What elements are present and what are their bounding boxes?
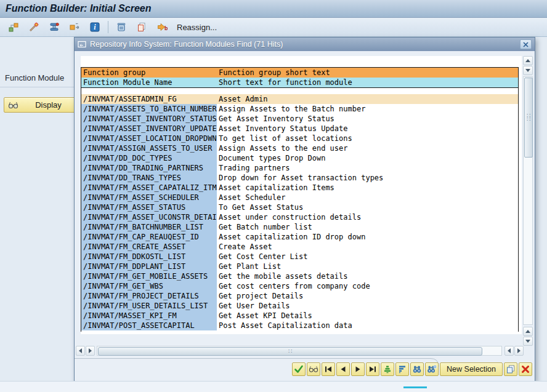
table-row[interactable]: /INVMAT/FM_ASSET_SCHEDULERAsset Schedule… (81, 193, 518, 202)
function-name-cell[interactable]: /INVMAT/DD_TRADING_PARTNERS (81, 163, 217, 173)
short-text-cell[interactable]: Asset under construction details (217, 212, 518, 222)
copy-button[interactable] (134, 20, 149, 34)
cancel-button[interactable] (519, 362, 532, 376)
new-selection-button[interactable]: New Selection (440, 362, 503, 376)
function-name-cell[interactable]: /INVMAT/ASSIGN_ASSETS_TO_USER (81, 143, 217, 153)
function-name-cell[interactable]: /INVMAT/DD_DOC_TYPES (81, 153, 217, 163)
function-name-cell[interactable]: /INVMAT/FM_BATCHNUMBER_LIST (81, 222, 217, 232)
display-hit-button[interactable] (307, 362, 320, 376)
table-row[interactable]: /INVMAT/ASSETADMIN_FGAsset Admin (81, 94, 518, 104)
vertical-scroll-thumb[interactable]: ∷∷ (524, 78, 533, 158)
short-text-cell[interactable]: Get the mobile assets details (217, 271, 518, 281)
sort-descending-button[interactable] (395, 362, 409, 376)
table-row[interactable]: /INVMAT/FM_DDKOSTL_LISTGet Cost Center L… (81, 252, 518, 262)
short-text-cell[interactable]: Get Asset Inventory Status (217, 114, 518, 124)
next-page-button[interactable] (351, 362, 365, 376)
navigate-button[interactable] (67, 20, 82, 34)
copy-hit-button[interactable] (504, 362, 517, 376)
table-row[interactable]: /INVMAT/FM_CAP_REAUQEST_IDAsset capitali… (81, 232, 518, 242)
table-row[interactable]: /INVMAT/FM_USER_DETAILS_LISTGet User Det… (81, 301, 518, 311)
sort-ascending-button[interactable] (381, 362, 394, 376)
short-text-cell[interactable]: Asset Scheduler (217, 193, 518, 202)
scroll-up-button[interactable] (523, 56, 533, 65)
scroll-right-button[interactable] (86, 346, 95, 356)
short-text-cell[interactable]: Get Asset KPI Details (217, 311, 518, 321)
table-row[interactable]: /INVMAT/FM_ASSET_CAPATALIZ_ITMAsset capi… (81, 183, 518, 193)
horizontal-scroll-thumb[interactable]: ∷ (98, 347, 482, 356)
scroll-page-down-button[interactable] (523, 337, 533, 346)
function-name-cell[interactable]: /INVMAT/FM_DDKOSTL_LIST (81, 252, 217, 262)
vertical-scroll-track[interactable]: ∷∷ (523, 76, 533, 325)
function-name-cell[interactable]: /INVMAT/FM_DDPLANT_LIST (81, 262, 217, 271)
table-row[interactable]: /INVMAT/FM_DDPLANT_LISTGet Plant List (81, 262, 518, 271)
table-row[interactable]: /INVMAT/FM_GET_WBSGet cost centers from … (81, 281, 518, 291)
short-text-cell[interactable]: Asset Inventory Status Update (217, 124, 518, 134)
table-row[interactable]: /INVMAT/ASSET_INVENTORY_STATUSGet Asset … (81, 114, 518, 124)
scroll-page-up-button[interactable] (523, 327, 533, 336)
table-row[interactable]: /INVMAT/FM_ASSET_UCONSTR_DETAIAsset unde… (81, 212, 518, 222)
previous-page-button[interactable] (336, 362, 350, 376)
find-next-button[interactable] (425, 362, 439, 376)
find-button[interactable] (410, 362, 424, 376)
function-name-cell[interactable]: /INVMAT/FM_GET_WBS (81, 281, 217, 291)
table-row[interactable]: /INVMAT/ASSETS_TO_BATCH_NUMBERAssign Ass… (81, 104, 518, 114)
display-button[interactable]: Display (4, 97, 83, 113)
test-button[interactable] (47, 20, 62, 34)
dialog-titlebar[interactable]: Repository Info System: Function Modules… (75, 38, 535, 51)
function-name-cell[interactable]: /INVMAT/DD_TRANS_TYPES (81, 173, 217, 183)
short-text-cell[interactable]: Asset capitalization Items (217, 183, 518, 193)
function-name-cell[interactable]: /INVMAT/MASSET_KPI_FM (81, 311, 217, 321)
horizontal-scroll-track[interactable]: ∷ (97, 346, 502, 356)
table-row[interactable]: /INVMAT/DD_TRADING_PARTNERSTrading partn… (81, 163, 518, 173)
short-text-cell[interactable]: Document types Drop Down (217, 153, 518, 163)
function-name-cell[interactable]: /INVMAT/ASSETADMIN_FG (81, 94, 217, 104)
short-text-cell[interactable]: Get Plant List (217, 262, 518, 271)
function-name-cell[interactable]: /INVMAT/FM_CAP_REAUQEST_ID (81, 232, 217, 242)
table-row[interactable]: /INVMAT/FM_PROJECT_DETAILSGet project De… (81, 291, 518, 301)
delete-button[interactable] (114, 20, 129, 34)
first-page-button[interactable] (322, 362, 335, 376)
table-row[interactable]: /INVMAT/MASSET_KPI_FMGet Asset KPI Detai… (81, 311, 518, 321)
short-text-cell[interactable]: Get Batch number list (217, 222, 518, 232)
function-name-cell[interactable]: /INVMAT/ASSET_INVENTORY_UPDATE (81, 124, 217, 134)
short-text-cell[interactable]: Get Cost Center List (217, 252, 518, 262)
function-name-cell[interactable]: /INVMAT/FM_GET_MOBILE_ASSETS (81, 271, 217, 281)
function-name-cell[interactable]: /INVMAT/FM_ASSET_SCHEDULER (81, 193, 217, 202)
table-row[interactable]: /INVMAT/DD_DOC_TYPESDocument types Drop … (81, 153, 518, 163)
table-row[interactable]: /INVMAT/ASSIGN_ASSETS_TO_USERAssign Asse… (81, 143, 518, 153)
reassign-label[interactable]: Reassign... (177, 23, 217, 32)
scroll-left-button[interactable] (76, 346, 85, 356)
short-text-cell[interactable]: Get project Details (217, 291, 518, 301)
scroll-page-left-button[interactable] (504, 346, 514, 356)
function-name-cell[interactable]: /INVMAT/FM_ASSET_UCONSTR_DETAI (81, 212, 217, 222)
short-text-cell[interactable]: Get cost centers from company code (217, 281, 518, 291)
short-text-cell[interactable]: Drop down for Asset transaction types (217, 173, 518, 183)
table-row[interactable]: /INVMAT/FM_GET_MOBILE_ASSETSGet the mobi… (81, 271, 518, 281)
short-text-cell[interactable]: Get User Details (217, 301, 518, 311)
function-name-cell[interactable]: /INVMAT/POST_ASSETCAPITAL (81, 321, 217, 330)
short-text-cell[interactable]: Assign Assets to the Batch number (217, 104, 518, 114)
short-text-cell[interactable]: Trading partners (217, 163, 518, 173)
continue-button[interactable] (292, 362, 306, 376)
short-text-cell[interactable]: Create Asset (217, 242, 518, 252)
dialog-close-button[interactable] (520, 39, 532, 49)
short-text-cell[interactable]: Asset capitalization ID drop down (217, 232, 518, 242)
function-name-cell[interactable]: /INVMAT/ASSETS_TO_BATCH_NUMBER (81, 104, 217, 114)
short-text-cell[interactable]: To Get Asset Status (217, 202, 518, 212)
scroll-page-right-button[interactable] (514, 346, 524, 356)
table-row[interactable]: /INVMAT/ASSET_LOCATION_DROPDWNTo get lis… (81, 134, 518, 143)
table-row[interactable]: /INVMAT/FM_BATCHNUMBER_LISTGet Batch num… (81, 222, 518, 232)
function-name-cell[interactable]: /INVMAT/FM_ASSET_CAPATALIZ_ITM (81, 183, 217, 193)
table-row[interactable]: /INVMAT/DD_TRANS_TYPESDrop down for Asse… (81, 173, 518, 183)
information-button[interactable]: i (87, 20, 102, 34)
table-row[interactable]: /INVMAT/ASSET_INVENTORY_UPDATEAsset Inve… (81, 124, 518, 134)
short-text-cell[interactable]: Post Asset Capitalization data (217, 321, 518, 330)
function-name-cell[interactable]: /INVMAT/ASSET_LOCATION_DROPDWN (81, 134, 217, 143)
function-name-cell[interactable]: /INVMAT/FM_CREATE_ASSET (81, 242, 217, 252)
short-text-cell[interactable]: Assign Assets to the end user (217, 143, 518, 153)
table-row[interactable]: /INVMAT/FM_ASSET_STATUSTo Get Asset Stat… (81, 202, 518, 212)
function-name-cell[interactable]: /INVMAT/FM_ASSET_STATUS (81, 202, 217, 212)
table-row[interactable]: /INVMAT/FM_CREATE_ASSETCreate Asset (81, 242, 518, 252)
table-row[interactable]: /INVMAT/POST_ASSETCAPITALPost Asset Capi… (81, 321, 518, 330)
short-text-cell[interactable]: To get list of asset locations (217, 134, 518, 143)
